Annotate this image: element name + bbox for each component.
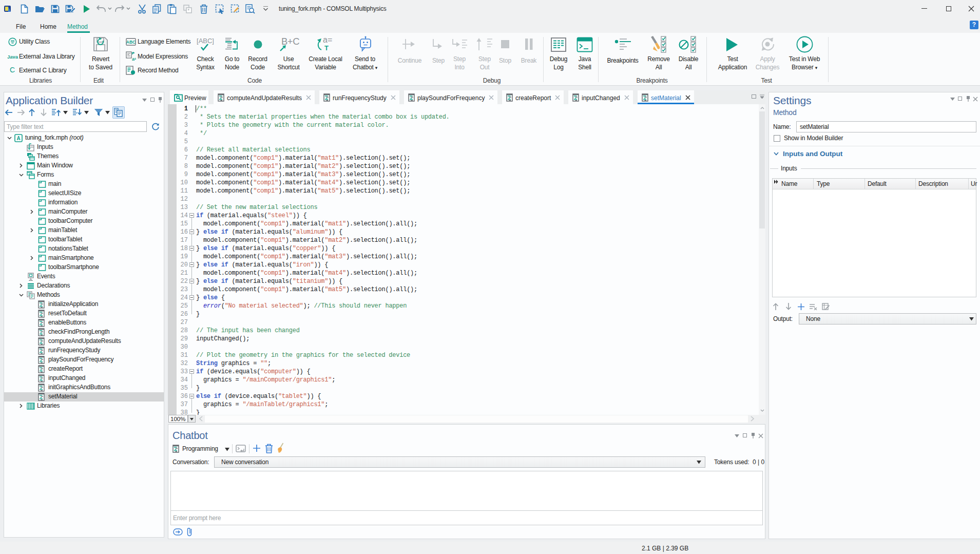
svg-text:ABC: ABC [126, 40, 136, 45]
svg-text:a=: a= [323, 36, 332, 44]
svg-text:a=: a= [132, 56, 136, 62]
svg-text:A: A [16, 136, 20, 141]
svg-text:T: T [324, 44, 329, 52]
svg-text:[ABC]: [ABC] [197, 37, 214, 45]
